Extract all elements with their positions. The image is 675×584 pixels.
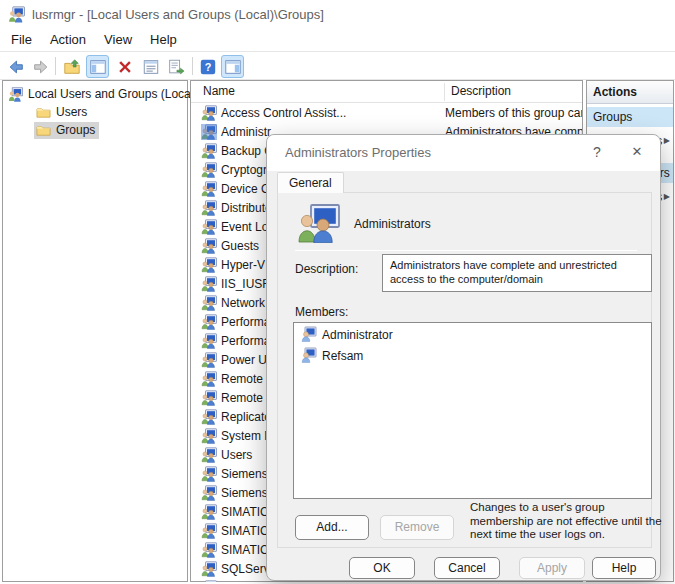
tree-item-groups[interactable]: Groups <box>34 121 99 139</box>
group-icon <box>201 295 217 311</box>
group-icon <box>201 219 217 235</box>
description-label: Description: <box>295 262 358 276</box>
group-icon <box>201 124 217 140</box>
dialog-help-icon[interactable]: ? <box>578 135 616 169</box>
group-icon <box>201 542 217 558</box>
member-name: Refsam <box>322 349 363 363</box>
user-icon <box>301 326 317 342</box>
group-icon <box>201 371 217 387</box>
group-name-cell: Users <box>221 448 252 462</box>
group-icon <box>201 352 217 368</box>
close-icon[interactable]: ✕ <box>618 135 656 169</box>
toolbar-separator <box>55 57 56 75</box>
group-name-cell: Replicato <box>221 410 271 424</box>
column-header-description[interactable]: Description <box>451 84 511 98</box>
group-icon <box>201 181 217 197</box>
group-icon <box>201 238 217 254</box>
table-row[interactable]: Access Control Assist... Members of this… <box>191 104 582 123</box>
help-button[interactable]: ? <box>196 55 219 78</box>
group-icon <box>201 523 217 539</box>
back-button[interactable] <box>4 55 27 78</box>
description-input[interactable]: Administrators have complete and unrestr… <box>382 254 652 292</box>
group-icon <box>201 257 217 273</box>
folder-icon <box>36 123 51 138</box>
group-icon <box>8 87 23 102</box>
folder-icon <box>36 105 51 120</box>
menu-help[interactable]: Help <box>141 29 186 50</box>
delete-button[interactable] <box>113 55 136 78</box>
tree-item-label: Groups <box>56 123 95 137</box>
group-icon <box>201 314 217 330</box>
group-icon <box>201 162 217 178</box>
lusrmgr-window: lusrmgr - [Local Users and Groups (Local… <box>0 0 675 584</box>
member-list-item[interactable]: Administrator <box>294 326 651 344</box>
membership-note: Changes to a user's group membership are… <box>470 501 666 542</box>
group-name-cell: Guests <box>221 239 259 253</box>
group-icon <box>201 276 217 292</box>
members-label: Members: <box>295 305 348 319</box>
group-icon <box>201 333 217 349</box>
group-icon <box>201 485 217 501</box>
tree-root-local-users-and-groups[interactable]: Local Users and Groups (Local) <box>8 85 197 103</box>
actions-section-title: Groups <box>593 110 632 124</box>
group-name-label: Administrators <box>354 217 431 231</box>
tree-selection-highlight: Groups <box>34 122 99 139</box>
properties-button[interactable] <box>139 55 162 78</box>
cancel-button[interactable]: Cancel <box>434 557 500 579</box>
add-button[interactable]: Add... <box>295 515 369 540</box>
show-console-tree-toggle[interactable] <box>86 55 109 78</box>
action-pane-icon <box>224 58 242 76</box>
member-name: Administrator <box>322 328 393 342</box>
up-folder-icon <box>63 58 81 76</box>
group-icon <box>201 314 217 330</box>
dialog-titlebar: Administrators Properties ? ✕ <box>267 135 660 171</box>
help-button[interactable]: Help <box>592 557 656 579</box>
members-listbox[interactable]: Administrator Refsam <box>293 322 652 499</box>
group-icon <box>201 162 217 178</box>
group-icon <box>201 466 217 482</box>
administrators-properties-dialog: Administrators Properties ? ✕ General Ad… <box>266 134 661 581</box>
group-icon <box>201 143 217 159</box>
toolbar: ? <box>0 53 675 80</box>
group-icon <box>201 561 217 577</box>
group-icon <box>201 181 217 197</box>
tree-item-label: Users <box>56 105 87 119</box>
group-icon <box>201 466 217 482</box>
toolbar-separator <box>192 57 193 75</box>
remove-button[interactable]: Remove <box>380 515 454 540</box>
group-icon <box>201 200 217 216</box>
ok-button[interactable]: OK <box>349 557 415 579</box>
group-icon <box>201 105 217 121</box>
up-folder-button[interactable] <box>60 55 83 78</box>
menu-file[interactable]: File <box>2 29 41 50</box>
menu-action[interactable]: Action <box>41 29 95 50</box>
group-icon <box>201 409 217 425</box>
group-name-cell: Performa <box>221 315 270 329</box>
export-list-icon <box>167 58 185 76</box>
column-header-name[interactable]: Name <box>203 84 235 98</box>
group-icon <box>201 200 217 216</box>
group-icon <box>201 219 217 235</box>
app-icon <box>8 6 25 23</box>
separator <box>295 250 637 251</box>
export-list-button[interactable] <box>164 55 187 78</box>
apply-button[interactable]: Apply <box>519 557 585 579</box>
console-tree-icon <box>89 58 107 76</box>
group-name-cell: Administr <box>221 125 271 139</box>
menu-view[interactable]: View <box>95 29 141 50</box>
group-icon <box>201 580 217 582</box>
group-icon <box>201 485 217 501</box>
actions-section-groups[interactable]: Groups <box>587 107 673 127</box>
group-icon <box>201 580 217 582</box>
group-icon <box>201 124 217 140</box>
forward-button[interactable] <box>29 55 52 78</box>
list-header: Name Description <box>191 81 582 103</box>
column-divider[interactable] <box>444 83 445 101</box>
member-list-item[interactable]: Refsam <box>294 347 651 365</box>
group-icon <box>201 333 217 349</box>
console-tree-panel: Local Users and Groups (Local) Users Gro… <box>2 80 188 582</box>
tree-item-users[interactable]: Users <box>36 103 87 121</box>
tab-general[interactable]: General <box>277 172 344 193</box>
group-icon <box>201 409 217 425</box>
show-action-pane-toggle[interactable] <box>221 55 244 78</box>
